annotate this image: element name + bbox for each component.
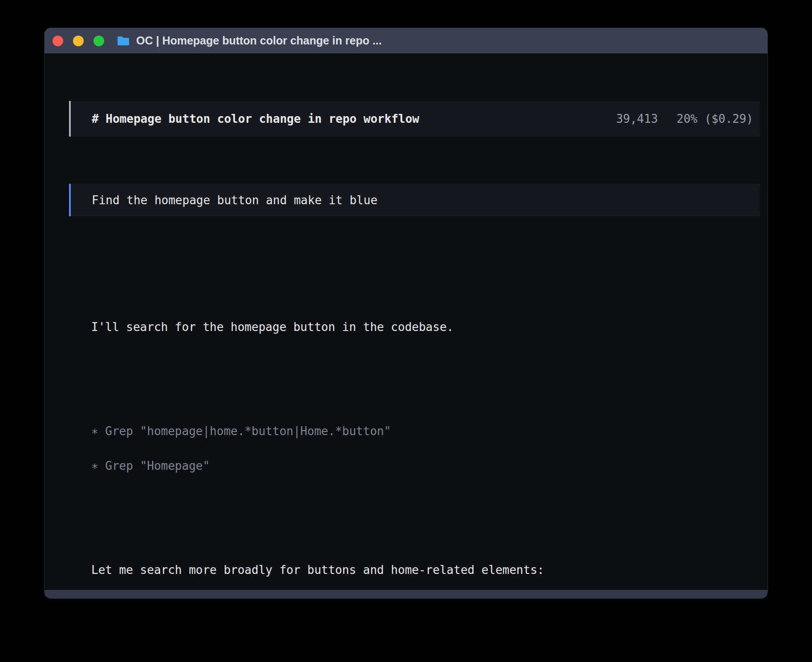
conversation: I'll search for the homepage button in t…	[69, 263, 760, 598]
session-stats: 39,413 20% ($0.29)	[616, 113, 753, 125]
minimize-button[interactable]	[73, 36, 84, 46]
window-bottom-edge	[45, 590, 767, 598]
token-count: 39,413	[616, 113, 658, 125]
window-title: OC | Homepage button color change in rep…	[136, 34, 382, 47]
user-message-text: Find the homepage button and make it blu…	[92, 194, 378, 206]
zoom-button[interactable]	[93, 36, 104, 46]
close-button[interactable]	[53, 36, 63, 46]
session-title: # Homepage button color change in repo w…	[92, 113, 419, 125]
assistant-message: I'll search for the homepage button in t…	[91, 321, 760, 333]
user-message: Find the homepage button and make it blu…	[69, 184, 760, 216]
terminal-window: OC | Homepage button color change in rep…	[45, 28, 767, 598]
folder-icon	[117, 36, 130, 46]
tool-call-grep: ∗ Grep "homepage|home.*button|Home.*butt…	[91, 425, 760, 437]
context-usage: 20% ($0.29)	[677, 113, 753, 125]
terminal-content: # Homepage button color change in repo w…	[45, 53, 767, 598]
session-header: # Homepage button color change in repo w…	[69, 101, 760, 137]
tool-call-grep: ∗ Grep "Homepage"	[91, 460, 760, 472]
assistant-message: Let me search more broadly for buttons a…	[91, 564, 760, 576]
traffic-lights	[53, 36, 104, 46]
window-titlebar[interactable]: OC | Homepage button color change in rep…	[45, 28, 767, 53]
